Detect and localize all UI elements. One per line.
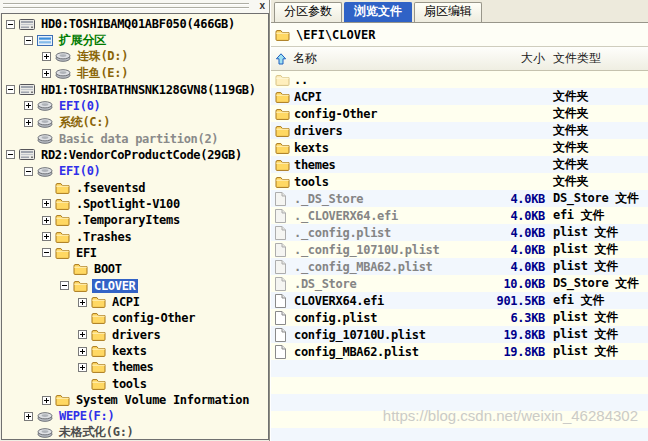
file-row[interactable]: ACPI文件夹 [271,88,648,105]
expand-box[interactable] [42,396,51,405]
tree-item[interactable]: System Volume Information [2,392,268,408]
expand-box[interactable] [42,216,51,225]
file-row[interactable]: ._config.plist4.0KBplist 文件 [271,224,648,241]
expand-box[interactable] [42,199,51,208]
tree-item[interactable]: HD0:TOSHIBAMQ01ABF050(466GB) [2,16,268,32]
tree-item[interactable]: themes [2,359,268,375]
collapse-box[interactable] [42,248,51,257]
tab-browse-files[interactable]: 浏览文件 [344,2,412,22]
tree-item[interactable]: BOOT [2,261,268,277]
file-row[interactable]: ._DS_Store4.0KBDS_Store 文件 [271,190,648,207]
tree-item[interactable]: drivers [2,327,268,343]
tab-sector-edit[interactable]: 扇区编辑 [414,2,482,22]
collapse-box[interactable] [24,167,33,176]
partition-icon [55,51,71,62]
file-size: 19.8KB [467,345,545,359]
file-row[interactable]: .. [271,71,648,88]
file-row[interactable]: ._CLOVERX64.efi4.0KBefi 文件 [271,207,648,224]
file-row[interactable]: config.plist6.3KBplist 文件 [271,309,648,326]
expand-box[interactable] [78,363,87,372]
folder-icon [55,182,70,194]
tree-item[interactable]: Basic data partition(2) [2,130,268,146]
file-type: plist 文件 [553,241,648,258]
expand-box[interactable] [78,298,87,307]
file-row[interactable]: tools文件夹 [271,173,648,190]
file-name: .. [294,73,467,87]
panel-grip[interactable]: x [0,0,269,13]
file-row[interactable]: kexts文件夹 [271,139,648,156]
expand-box[interactable] [42,69,51,78]
tree-item[interactable]: config-Other [2,310,268,326]
close-icon[interactable]: x [259,0,265,12]
column-header-type[interactable]: 文件类型 [553,50,648,67]
tree-item[interactable]: WEPE(F:) [2,408,268,424]
expand-box[interactable] [24,101,33,110]
file-row[interactable]: drivers文件夹 [271,122,648,139]
tab-partition-params[interactable]: 分区参数 [274,2,342,22]
tree-item-label: EFI(0) [57,99,103,113]
file-icon [275,277,290,291]
tree-item[interactable]: 非鱼(E:) [2,65,268,81]
file-row[interactable]: ._config_10710U.plist4.0KBplist 文件 [271,241,648,258]
tree-item[interactable]: tools [2,376,268,392]
tree-item[interactable]: CLOVER [2,278,268,294]
file-type: 文件夹 [553,139,648,156]
file-type: 文件夹 [553,88,648,105]
tree-item[interactable]: HD1:TOSHIBATHNSNK128GVN8(119GB) [2,81,268,97]
tree-item[interactable]: 未格式化(G:) [2,425,268,440]
partition-icon [37,166,53,177]
collapse-box[interactable] [6,85,15,94]
file-size: 10.0KB [467,277,545,291]
file-type: efi 文件 [553,292,648,309]
file-icon [275,243,290,257]
folder-icon [91,345,106,357]
collapse-box[interactable] [60,281,69,290]
tree-item[interactable]: ACPI [2,294,268,310]
file-row[interactable]: CLOVERX64.efi901.5KBefi 文件 [271,292,648,309]
folder-icon [91,361,106,373]
expand-box[interactable] [24,118,33,127]
file-name: tools [294,175,467,189]
tree-item[interactable]: 连珠(D:) [2,49,268,65]
sort-ascending-icon[interactable] [271,53,293,65]
tree-item[interactable]: .Spotlight-V100 [2,196,268,212]
file-row[interactable]: ._config_MBA62.plist4.0KBplist 文件 [271,258,648,275]
tree-item[interactable]: .TemporaryItems [2,212,268,228]
expand-box[interactable] [42,232,51,241]
collapse-box[interactable] [24,36,33,45]
file-row[interactable]: config-Other文件夹 [271,105,648,122]
expand-box[interactable] [42,52,51,61]
collapse-box[interactable] [6,150,15,159]
tree-item[interactable]: .fseventsd [2,179,268,195]
file-row[interactable]: themes文件夹 [271,156,648,173]
tree-item[interactable]: 系统(C:) [2,114,268,130]
file-type: plist 文件 [553,326,648,343]
folder-up-icon [275,74,290,86]
file-row[interactable]: .DS_Store10.0KBDS_Store 文件 [271,275,648,292]
column-header-name[interactable]: 名称 [293,50,467,67]
collapse-box[interactable] [6,20,15,29]
tree-item-label: .Trashes [74,230,133,244]
expand-box[interactable] [24,412,33,421]
tree-item[interactable]: 扩展分区 [2,32,268,48]
file-name: themes [294,158,467,172]
tree-item[interactable]: EFI [2,245,268,261]
folder-icon [275,91,290,103]
tree-item-label: Basic data partition(2) [57,132,220,146]
tree-item-label: EFI [74,246,99,260]
column-header-size[interactable]: 大小 [467,50,545,67]
file-row[interactable]: config_10710U.plist19.8KBplist 文件 [271,326,648,343]
tree-item[interactable]: kexts [2,343,268,359]
file-size: 4.0KB [467,260,545,274]
file-type: 文件夹 [553,122,648,139]
tree-item[interactable]: EFI(0) [2,163,268,179]
disk-icon [19,18,35,31]
tree-item[interactable]: EFI(0) [2,98,268,114]
tree-item[interactable]: .Trashes [2,228,268,244]
file-row[interactable]: config_MBA62.plist19.8KBplist 文件 [271,343,648,360]
file-type: 文件夹 [553,105,648,122]
expand-box[interactable] [78,347,87,356]
expand-box[interactable] [78,330,87,339]
file-size: 4.0KB [467,192,545,206]
tree-item[interactable]: RD2:VendorCoProductCode(29GB) [2,147,268,163]
